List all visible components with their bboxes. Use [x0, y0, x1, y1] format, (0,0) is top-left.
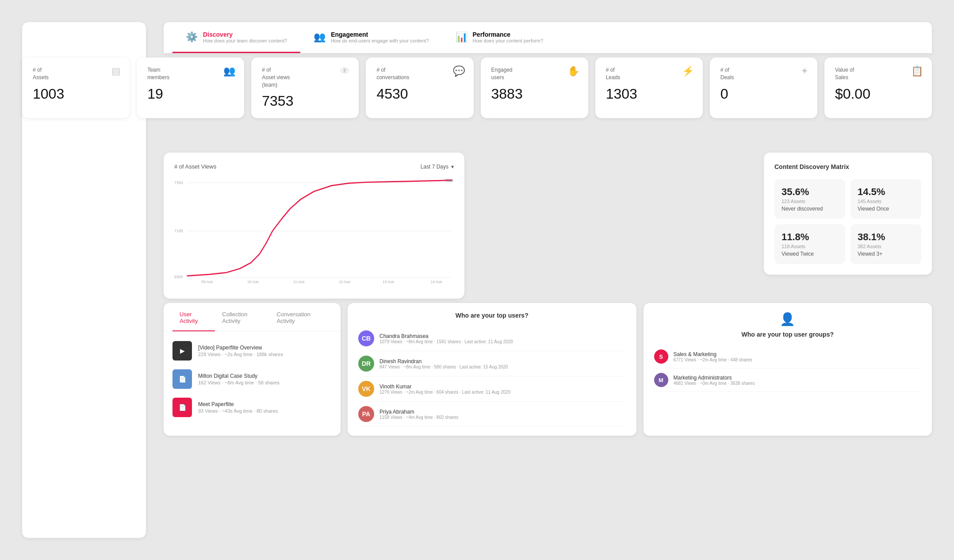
user-avatar-3: PA — [358, 406, 374, 422]
svg-text:10-Aug: 10-Aug — [247, 280, 259, 283]
metric-card-leads: ⚡ # ofLeads 1303 — [595, 58, 703, 118]
leads-value: 1303 — [606, 86, 692, 102]
matrix-assets-three-plus: 382 Assets — [858, 244, 914, 249]
user-stats-2: 1276 Views · ~2m Avg time · 604 shares ·… — [379, 390, 510, 395]
tab-collection-activity[interactable]: Collection Activity — [215, 303, 269, 331]
user-avatar-0: CB — [358, 330, 374, 346]
user-item-3: PA Priya Abraham 1158 Views · ~4m Avg ti… — [358, 402, 626, 427]
matrix-cell-three-plus: 38.1% 382 Assets Viewed 3+ — [851, 224, 921, 264]
assets-label: # ofAssets — [33, 66, 119, 81]
metric-card-deals: ✦ # ofDeals 0 — [710, 58, 817, 118]
user-avatar-1: DR — [358, 356, 374, 372]
matrix-cell-once: 14.5% 145 Assets Viewed Once — [851, 179, 921, 219]
engagement-icon: 👥 — [314, 31, 326, 43]
list-item: 📄 Meet Paperflite 93 Views · ~43s Avg ti… — [164, 393, 341, 422]
chart-period-selector[interactable]: Last 7 Days ▾ — [421, 164, 454, 170]
assets-value: 1003 — [33, 86, 119, 102]
discovery-matrix-panel: Content Discovery Matrix 35.6% 123 Asset… — [764, 153, 932, 275]
matrix-desc-twice: Viewed Twice — [782, 251, 838, 257]
user-name-1: Dinesh Ravindran — [379, 358, 508, 364]
asset-views-chart: # of Asset Views Last 7 Days ▾ 7353 7105… — [164, 153, 464, 299]
conversations-label: # ofconversations — [376, 66, 463, 81]
list-item: 📄 Milton Digital Case Study 162 Views · … — [164, 365, 341, 393]
matrix-desc-three-plus: Viewed 3+ — [858, 251, 914, 257]
group-badge-1: M — [654, 373, 668, 387]
matrix-pct-once: 14.5% — [858, 186, 914, 198]
asset-views-value: 7353 — [262, 93, 348, 109]
chart-svg: 7353 7105 6955 09-Aug 10-Aug 11-Aug 12-A… — [174, 177, 454, 283]
leads-icon: ⚡ — [682, 65, 694, 77]
group-name-1: Marketing Administrators — [674, 375, 755, 381]
svg-text:12-Aug: 12-Aug — [339, 280, 350, 283]
user-stats-3: 1158 Views · ~4m Avg time · 802 shares — [379, 415, 458, 420]
top-users-panel: Who are your top users? CB Chandra Brahm… — [348, 303, 636, 436]
leads-label: # ofLeads — [606, 66, 692, 81]
performance-icon: 📊 — [456, 31, 467, 43]
engaged-users-value: 3883 — [491, 86, 578, 102]
discovery-matrix-title: Content Discovery Matrix — [774, 163, 921, 170]
deals-label: # ofDeals — [720, 66, 807, 81]
metric-card-assets: ▤ # ofAssets 1003 — [22, 58, 130, 118]
activity-meta-2: 93 Views · ~43s Avg time · 80 shares — [198, 408, 278, 414]
matrix-pct-three-plus: 38.1% — [858, 231, 914, 243]
group-item-0: S Sales & Marketing 6771 Views · ~2m Avg… — [654, 345, 922, 368]
team-label: Teammembers — [147, 66, 234, 81]
sales-label: Value ofSales — [835, 66, 921, 81]
activity-list: ▶ [Video] Paperflite Overview 228 Views … — [164, 331, 341, 427]
svg-text:13-Aug: 13-Aug — [383, 280, 394, 283]
user-stats-1: 847 Views · ~8m Avg time · 580 shares · … — [379, 364, 508, 369]
discovery-icon: ⚙️ — [186, 31, 198, 43]
nav-tabs-container: ⚙️ Discovery How does your team discover… — [164, 22, 932, 53]
activity-panel: User Activity Collection Activity Conver… — [164, 303, 341, 436]
user-item-2: VK Vinoth Kumar 1276 Views · ~2m Avg tim… — [358, 376, 626, 402]
groups-icon-header: 👤 — [654, 312, 922, 326]
activity-meta-0: 228 Views · ~2s Avg time · 188k shares — [198, 352, 283, 357]
discovery-tab-sublabel: How does your team discover content? — [203, 38, 287, 43]
activity-title-0: [Video] Paperflite Overview — [198, 345, 283, 351]
matrix-desc-never: Never discovered — [782, 206, 838, 212]
tab-performance[interactable]: 📊 Performance How does your content perf… — [442, 22, 557, 53]
metric-cards-row: ▤ # ofAssets 1003 👥 Teammembers 19 👁 # o… — [22, 58, 932, 118]
svg-text:7353: 7353 — [445, 178, 453, 183]
matrix-desc-once: Viewed Once — [858, 206, 914, 212]
group-stats-1: 4681 Views · ~0m Avg time · 3638 shares — [674, 381, 755, 386]
engaged-users-label: Engagedusers — [491, 66, 578, 81]
matrix-grid: 35.6% 123 Assets Never discovered 14.5% … — [774, 179, 921, 264]
tab-engagement[interactable]: 👥 Engagement How do end-users engage wit… — [300, 22, 442, 53]
group-stats-0: 6771 Views · ~2m Avg time · 448 shares — [674, 357, 752, 362]
activity-tabs: User Activity Collection Activity Conver… — [164, 303, 341, 331]
svg-text:11-Aug: 11-Aug — [293, 280, 305, 283]
group-badge-0: S — [654, 349, 668, 364]
chart-title: # of Asset Views — [174, 163, 216, 170]
metric-card-asset-views: 👁 # ofAsset views(team) 7353 — [251, 58, 359, 118]
user-name-0: Chandra Brahmasea — [379, 333, 513, 339]
list-item: ▶ [Video] Paperflite Overview 228 Views … — [164, 337, 341, 365]
user-name-3: Priya Abraham — [379, 409, 458, 415]
activity-thumb-video: ▶ — [172, 341, 192, 361]
tab-conversation-activity[interactable]: Conversation Activity — [269, 303, 332, 331]
asset-views-label: # ofAsset views(team) — [262, 66, 348, 88]
performance-tab-sublabel: How does your content perform? — [473, 38, 544, 43]
svg-text:09-Aug: 09-Aug — [201, 280, 213, 283]
top-groups-title: Who are your top user groups? — [654, 331, 922, 338]
activity-meta-1: 162 Views · ~8m Avg time · 58 shares — [198, 380, 280, 385]
matrix-cell-never: 35.6% 123 Assets Never discovered — [774, 179, 845, 219]
svg-text:7105: 7105 — [174, 229, 183, 233]
matrix-assets-once: 145 Assets — [858, 199, 914, 204]
activity-title-2: Meet Paperflite — [198, 401, 278, 407]
activity-title-1: Milton Digital Case Study — [198, 373, 280, 379]
conversations-icon: 💬 — [453, 65, 465, 77]
chart-period-label: Last 7 Days — [421, 164, 448, 170]
tab-user-activity[interactable]: User Activity — [172, 303, 215, 331]
engagement-tab-sublabel: How do end-users engage with your conten… — [331, 38, 429, 43]
top-users-title: Who are your top users? — [358, 312, 626, 319]
metric-card-sales: 📋 Value ofSales $0.00 — [824, 58, 932, 118]
user-name-2: Vinoth Kumar — [379, 384, 510, 390]
matrix-cell-twice: 11.8% 118 Assets Viewed Twice — [774, 224, 845, 264]
team-icon: 👥 — [223, 65, 235, 77]
user-stats-0: 1079 Views · ~8m Avg time · 1581 shares … — [379, 339, 513, 344]
tab-discovery[interactable]: ⚙️ Discovery How does your team discover… — [172, 22, 300, 53]
activity-thumb-doc1: 📄 — [172, 369, 192, 389]
asset-views-icon: 👁 — [340, 65, 350, 77]
top-groups-panel: 👤 Who are your top user groups? S Sales … — [644, 303, 932, 436]
